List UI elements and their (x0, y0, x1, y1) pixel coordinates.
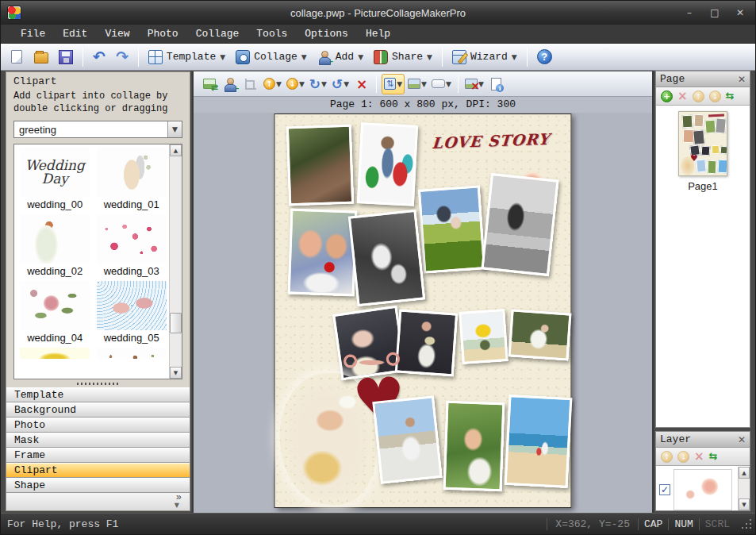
layer-down-icon[interactable]: ↓ (677, 451, 689, 463)
new-button[interactable] (6, 46, 28, 68)
menu-edit[interactable]: Edit (54, 25, 96, 43)
remove-image-button[interactable]: ▼ (463, 74, 485, 94)
resize-button[interactable]: ▼ (430, 74, 453, 94)
page1-thumbnail[interactable]: ♥ (678, 111, 727, 176)
panel-splitter[interactable] (6, 379, 190, 387)
clipart-item-partial[interactable] (19, 348, 91, 379)
photo-beach-kiss[interactable] (372, 395, 442, 484)
scroll-down-icon[interactable]: ▼ (170, 367, 182, 379)
close-panel-icon[interactable]: ✕ (738, 74, 746, 85)
scroll-up-icon[interactable]: ▲ (170, 144, 182, 156)
page-up-icon[interactable]: ↑ (693, 90, 704, 102)
open-button[interactable] (30, 46, 52, 68)
maximize-button[interactable]: □ (706, 6, 723, 19)
photo-beach-bride[interactable] (508, 309, 571, 360)
menu-options[interactable]: Options (296, 25, 357, 43)
delete-layer-icon[interactable]: × (694, 451, 704, 462)
canvas-viewport[interactable]: LOVE STORY ♥ (194, 113, 652, 513)
rotate-ccw-button[interactable]: ↺▼ (330, 74, 351, 94)
rotate-cw-button[interactable]: ↻▼ (308, 74, 328, 94)
refresh-layers-icon[interactable]: ⇆ (709, 451, 718, 462)
layer-scrollbar[interactable]: ▲ ▼ (738, 467, 750, 510)
refresh-pages-icon[interactable]: ⇆ (726, 90, 735, 102)
clipart-item[interactable]: Wedding Day wedding_00 (19, 148, 91, 214)
scrollbar-thumb[interactable] (170, 313, 182, 333)
crop-button-disabled[interactable] (241, 74, 260, 94)
swap-photo-button[interactable] (200, 74, 219, 94)
clipart-item[interactable]: wedding_01 (96, 148, 168, 214)
close-button[interactable]: ✕ (731, 6, 749, 19)
clipart-thumbnail-wedding-01[interactable] (97, 148, 167, 197)
add-button[interactable]: + Add ▼ (313, 46, 367, 68)
photo-bw-laughing-bride[interactable] (348, 210, 425, 306)
undo-button[interactable]: ↶ (89, 46, 109, 68)
collage-title-text[interactable]: LOVE STORY (432, 129, 563, 152)
clipart-thumbnail-partial[interactable] (97, 348, 167, 359)
tab-shape[interactable]: Shape (6, 478, 190, 493)
tab-template[interactable]: Template (6, 387, 190, 402)
save-button[interactable] (55, 46, 77, 68)
clipart-item[interactable]: wedding_02 (19, 214, 91, 281)
bring-forward-button[interactable]: ↑▼ (262, 74, 283, 94)
tab-mask[interactable]: Mask (6, 433, 190, 448)
menu-view[interactable]: View (96, 25, 138, 43)
photo-smiling-bride[interactable] (443, 401, 505, 492)
share-button[interactable]: Share ▼ (370, 46, 436, 68)
page-down-icon[interactable]: ↓ (709, 90, 721, 102)
layer-rose-thumbnail[interactable] (673, 469, 732, 510)
clipart-thumbnail-wedding-04[interactable] (20, 281, 90, 330)
clipart-item-selected[interactable]: wedding_05 (96, 281, 168, 348)
add-photo-button[interactable]: + (221, 74, 240, 94)
scroll-up-icon[interactable]: ▲ (739, 467, 750, 479)
add-page-icon[interactable]: + (661, 90, 673, 102)
layer-up-icon[interactable]: ↑ (661, 451, 673, 463)
tab-background[interactable]: Background (6, 402, 190, 418)
photo-bw-beach[interactable] (481, 173, 558, 276)
menu-photo[interactable]: Photo (139, 25, 187, 43)
dropdown-arrow-icon[interactable]: ▼ (167, 121, 182, 137)
template-button[interactable]: Template ▼ (144, 46, 229, 68)
photo-smiling-couple[interactable] (288, 209, 358, 297)
resize-grip[interactable] (740, 518, 753, 530)
tab-photo[interactable]: Photo (6, 418, 190, 433)
clipart-item[interactable]: wedding_04 (19, 281, 91, 348)
close-panel-icon[interactable]: ✕ (738, 434, 746, 445)
clipart-item-partial[interactable] (96, 348, 168, 379)
more-tabs-button[interactable]: » (176, 494, 182, 502)
wizard-button[interactable]: Wizard ▼ (448, 46, 521, 68)
send-backward-button[interactable]: ↓▼ (285, 74, 306, 94)
delete-page-icon[interactable]: × (677, 90, 688, 102)
photo-man-yellow-shirt[interactable] (459, 309, 508, 364)
help-button[interactable]: ? (533, 46, 556, 68)
photo-couple-in-grass[interactable] (418, 185, 485, 273)
clipart-thumbnail-wedding-03[interactable] (97, 214, 167, 264)
clipart-thumbnail-wedding-00[interactable]: Wedding Day (20, 148, 90, 197)
collage-page[interactable]: LOVE STORY ♥ (274, 114, 572, 508)
tab-frame[interactable]: Frame (6, 448, 190, 463)
photo-shopping-couple[interactable] (357, 122, 418, 206)
redo-button[interactable]: ↷ (112, 46, 132, 68)
delete-object-button[interactable]: × (352, 74, 371, 94)
tab-clipart-active[interactable]: Clipart (6, 463, 190, 478)
clipart-thumbnail-partial[interactable] (20, 348, 90, 359)
photo-kissing-couple[interactable] (286, 125, 354, 206)
clipart-scrollbar[interactable]: ▲ ▼ (169, 144, 182, 379)
layer-visibility-checkbox[interactable]: ✓ (659, 484, 670, 495)
align-center-button-active[interactable]: ⇅▼ (382, 74, 405, 94)
menu-help[interactable]: Help (357, 25, 399, 43)
menu-tools[interactable]: Tools (248, 25, 296, 43)
photo-beach-couple-walking[interactable] (505, 395, 573, 488)
fit-photo-button[interactable]: ▼ (406, 74, 428, 94)
minimize-button[interactable]: – (681, 6, 698, 19)
clipart-thumbnail-wedding-02[interactable] (20, 214, 90, 264)
collage-button[interactable]: Collage ▼ (232, 46, 311, 68)
scroll-down-icon[interactable]: ▼ (739, 498, 750, 510)
clipart-item[interactable]: wedding_03 (96, 214, 168, 281)
clipart-thumbnail-wedding-05[interactable] (97, 281, 167, 330)
menu-file[interactable]: File (12, 25, 54, 43)
page-list-item[interactable]: ♥ Page1 (656, 106, 750, 192)
menu-collage[interactable]: Collage (187, 25, 248, 43)
properties-button[interactable] (487, 74, 506, 94)
clipart-category-dropdown[interactable]: greeting ▼ (13, 121, 182, 138)
layer-list-item[interactable]: ✓ (656, 467, 750, 510)
